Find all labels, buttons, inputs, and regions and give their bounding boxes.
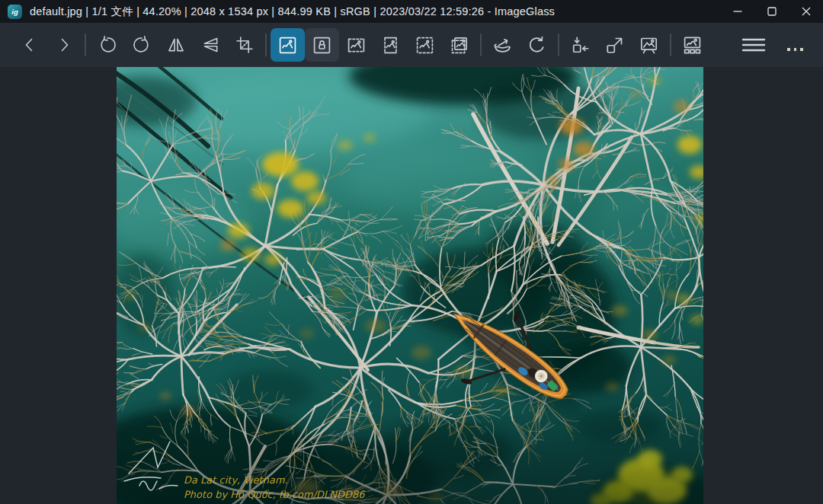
viewer-canvas[interactable]: www Da Lat city, Vietnam. Photo by Hồ Qu…	[0, 67, 823, 504]
toolbar	[0, 23, 823, 67]
lock-zoom-icon	[312, 35, 332, 56]
toolbar-separator	[670, 33, 671, 56]
compact-mode-button[interactable]	[563, 28, 597, 62]
gallery-icon	[682, 35, 703, 56]
rotate-left-icon	[98, 35, 117, 55]
scale-to-fit-button[interactable]	[408, 28, 442, 62]
maximize-button[interactable]	[754, 0, 789, 23]
scale-to-height-icon	[380, 35, 401, 56]
scale-to-fit-icon	[415, 35, 435, 56]
lock-zoom-button[interactable]	[305, 28, 339, 62]
refresh-button[interactable]	[520, 28, 554, 62]
scale-to-width-button[interactable]	[339, 28, 373, 62]
next-image-icon	[55, 36, 73, 54]
maximize-icon	[767, 7, 777, 16]
rotate-left-button[interactable]	[90, 28, 124, 62]
full-screen-icon	[604, 35, 625, 56]
faint-watermark: www	[360, 257, 389, 269]
toolbar-left-group	[0, 28, 709, 62]
scale-to-fill-button[interactable]	[442, 28, 476, 62]
flip-vertical-button[interactable]	[193, 28, 227, 62]
location-caption: Da Lat city, Vietnam.	[184, 474, 288, 486]
scale-to-width-icon	[346, 35, 367, 56]
more-options-button[interactable]	[778, 28, 812, 62]
auto-zoom-button[interactable]	[271, 28, 305, 62]
open-with-button[interactable]	[485, 28, 520, 62]
toolbar-separator	[265, 33, 267, 56]
previous-image-icon	[21, 36, 39, 54]
flip-vertical-icon	[200, 35, 220, 55]
previous-image-button[interactable]	[12, 28, 46, 62]
close-icon	[802, 7, 811, 16]
rotate-right-icon	[132, 35, 152, 55]
auto-zoom-icon	[277, 35, 298, 56]
gallery-button[interactable]	[675, 28, 709, 62]
app-logo-icon: ig	[8, 5, 22, 19]
close-button[interactable]	[789, 0, 823, 23]
toolbar-separator	[85, 33, 86, 56]
slideshow-icon	[639, 35, 659, 56]
full-screen-button[interactable]	[597, 28, 632, 62]
minimize-button[interactable]	[720, 0, 754, 23]
scale-to-height-button[interactable]	[373, 28, 408, 62]
toolbar-separator	[558, 33, 559, 56]
minimize-icon	[733, 7, 742, 16]
crop-button[interactable]	[227, 28, 261, 62]
rotate-right-button[interactable]	[124, 28, 159, 62]
more-options-icon	[787, 48, 803, 51]
window-controls	[720, 0, 823, 23]
slideshow-button[interactable]	[632, 28, 666, 62]
photo-image: www Da Lat city, Vietnam. Photo by Hồ Qu…	[117, 67, 703, 504]
imageglass-window: ig default.jpg | 1/1 文件 | 44.20% | 2048 …	[0, 0, 823, 504]
photo[interactable]: www Da Lat city, Vietnam. Photo by Hồ Qu…	[117, 67, 703, 504]
refresh-icon	[527, 35, 547, 56]
toolbar-separator	[480, 33, 482, 56]
crop-icon	[235, 35, 255, 55]
main-menu-icon	[741, 36, 766, 54]
scale-to-fill-icon	[449, 35, 469, 56]
window-title: default.jpg | 1/1 文件 | 44.20% | 2048 x 1…	[30, 5, 555, 19]
titlebar: ig default.jpg | 1/1 文件 | 44.20% | 2048 …	[0, 0, 823, 23]
compact-mode-icon	[570, 35, 591, 56]
open-with-icon	[492, 35, 513, 56]
next-image-button[interactable]	[46, 28, 81, 62]
flip-horizontal-button[interactable]	[159, 28, 193, 62]
credit-caption: Photo by Hồ Quốc, fb.com/DLNDD86	[184, 489, 366, 500]
toolbar-right-group	[736, 28, 823, 62]
flip-horizontal-icon	[166, 35, 186, 55]
main-menu-button[interactable]	[736, 28, 770, 62]
